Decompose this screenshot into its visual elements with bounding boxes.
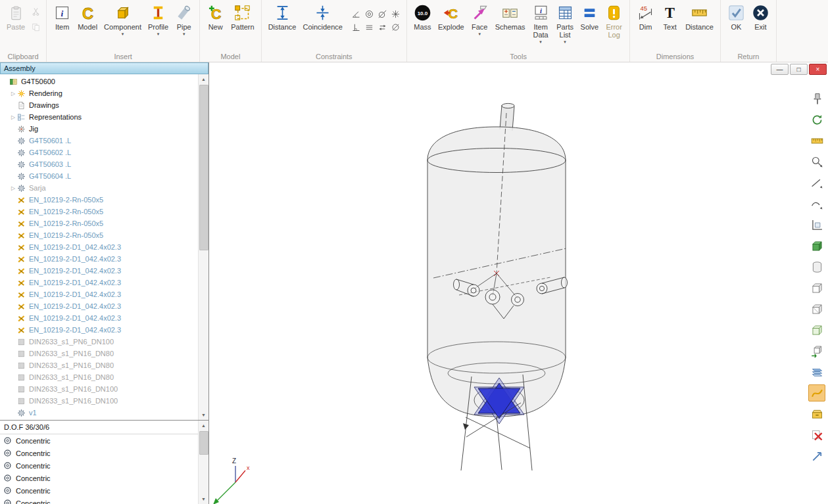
fix-constraint-button[interactable] (389, 8, 402, 20)
scroll-up-icon[interactable]: ▲ (199, 421, 208, 430)
component-cube-tool-button[interactable] (808, 321, 825, 338)
measure-ruler-tool-button[interactable] (808, 132, 825, 149)
parts-list-button[interactable]: Parts List▾ (553, 1, 577, 44)
tree-item-en-10219-2-rn-050x5[interactable]: EN_10219-2-Rn-050x5 (0, 218, 198, 229)
work-plane-tool-button[interactable] (808, 216, 825, 233)
component-button[interactable]: Component▾ (101, 1, 145, 36)
tree-item-rendering[interactable]: ▷Rendering (0, 87, 198, 99)
constraint-item-concentric[interactable]: Concentric (0, 434, 198, 447)
tree-item-en-10219-2-d1-042-4x02-3[interactable]: EN_10219-2-D1_042.4x02.3 (0, 265, 198, 277)
constraint-item-concentric[interactable]: Concentric (0, 497, 198, 504)
tree-item-en-10219-2-rn-050x5[interactable]: EN_10219-2-Rn-050x5 (0, 229, 198, 241)
pipe-button[interactable]: Pipe▾ (172, 1, 196, 36)
error-log-button[interactable]: Error Log (602, 1, 626, 39)
expand-arrow-icon[interactable]: ▷ (9, 185, 17, 191)
viewport-3d[interactable]: Z x (209, 76, 828, 504)
surface-curve-tool-button[interactable] (808, 384, 825, 401)
update-tool-button[interactable] (808, 111, 825, 128)
cylinder-tool-button[interactable] (808, 258, 825, 275)
angle-constraint-button[interactable] (350, 8, 362, 20)
tree-item-din2633-s1-pn16-dn100[interactable]: DIN2633_s1_PN16_DN100 (0, 395, 198, 407)
solve-button[interactable]: Solve (577, 1, 602, 31)
pin-tool-button[interactable] (808, 90, 825, 107)
dim-button[interactable]: 45Dim (633, 1, 658, 31)
layers-tool-button[interactable] (808, 363, 825, 380)
item-data-button[interactable]: iItem Data▾ (529, 1, 553, 44)
tree-scrollbar-thumb[interactable] (199, 85, 208, 250)
diameter-constraint-button[interactable] (389, 21, 402, 34)
exit-button[interactable]: Exit (748, 1, 773, 31)
tree-item-en-10219-2-d1-042-4x02-3[interactable]: EN_10219-2-D1_042.4x02.3 (0, 324, 198, 336)
tree-item-din2633-s1-pn16-dn100[interactable]: DIN2633_s1_PN16_DN100 (0, 383, 198, 395)
constraint-item-concentric[interactable]: Concentric (0, 447, 198, 459)
explode-button[interactable]: CExplode (435, 1, 468, 31)
tree-item-en-10219-2-d1-042-4x02-3[interactable]: EN_10219-2-D1_042.4x02.3 (0, 277, 198, 288)
paste-button[interactable]: Paste (3, 1, 28, 31)
mass-button[interactable]: 10.0Mass (410, 1, 435, 31)
minimize-button[interactable]: — (771, 64, 789, 75)
box-2-tool-button[interactable] (808, 300, 825, 317)
distance-button[interactable]: Distance (682, 1, 717, 31)
distance-button[interactable]: Distance (265, 1, 300, 31)
text-button[interactable]: TText (658, 1, 682, 31)
cut-button[interactable] (30, 5, 41, 17)
tree-scrollbar[interactable]: ▲ ▼ (198, 74, 208, 420)
tree-item-en-10219-2-rn-050x5[interactable]: EN_10219-2-Rn-050x5 (0, 206, 198, 218)
tree-item-en-10219-2-d1-042-4x02-3[interactable]: EN_10219-2-D1_042.4x02.3 (0, 288, 198, 300)
tree-item-sarja[interactable]: ▷Sarja (0, 182, 198, 194)
item-button[interactable]: iItem (50, 1, 74, 31)
scroll-down-icon[interactable]: ▼ (199, 494, 208, 504)
constraint-scrollbar-thumb[interactable] (199, 431, 208, 455)
measure-radius-tool-button[interactable] (808, 153, 825, 170)
measure-curve-tool-button[interactable] (808, 195, 825, 212)
tree-item-en-10219-2-d1-042-4x02-3[interactable]: EN_10219-2-D1_042.4x02.3 (0, 241, 198, 253)
tangent-constraint-button[interactable] (376, 8, 389, 20)
external-link-tool-button[interactable] (808, 447, 825, 465)
tree-item-en-10219-2-d1-042-4x02-3[interactable]: EN_10219-2-D1_042.4x02.3 (0, 253, 198, 265)
perpendicular-constraint-button[interactable] (350, 21, 362, 34)
box-tool-button[interactable] (808, 279, 825, 296)
measure-slope-tool-button[interactable] (808, 174, 825, 191)
tree-item-din2633-s1-pn6-dn100[interactable]: DIN2633_s1_PN6_DN100 (0, 336, 198, 348)
export-model-tool-button[interactable] (808, 342, 825, 359)
tree-item-drawings[interactable]: Drawings (0, 99, 198, 111)
new-button[interactable]: CNew (203, 1, 228, 31)
constraint-item-concentric[interactable]: Concentric (0, 484, 198, 497)
tree-item-din2633-s1-pn16-dn80[interactable]: DIN2633_s1_PN16_DN80 (0, 371, 198, 383)
constraint-item-concentric[interactable]: Concentric (0, 472, 198, 484)
delete-tool-button[interactable] (808, 426, 825, 444)
parallel-constraint-button[interactable] (363, 21, 376, 34)
tree-item-din2633-s1-pn16-dn80[interactable]: DIN2633_s1_PN16_DN80 (0, 359, 198, 371)
tree-item-g4t50604-l[interactable]: G4T50604 .L (0, 170, 198, 182)
tree-item-jig[interactable]: Jig (0, 123, 198, 135)
concentric-constraint-button[interactable] (363, 8, 376, 20)
opposed-constraint-button[interactable] (376, 21, 389, 34)
model-button[interactable]: CModel (74, 1, 101, 31)
profile-button[interactable]: Profile▾ (145, 1, 172, 36)
tree-item-g4t50602-l[interactable]: G4T50602 .L (0, 147, 198, 158)
viewport-canvas[interactable]: Z x (209, 76, 828, 504)
solid-cube-tool-button[interactable] (808, 237, 825, 254)
coincidence-button[interactable]: Coincidence (299, 1, 346, 31)
copy-button[interactable] (30, 21, 41, 33)
face-button[interactable]: Face▾ (468, 1, 492, 36)
constraint-scrollbar[interactable]: ▲ ▼ (198, 421, 208, 504)
pattern-button[interactable]: Pattern (228, 1, 257, 31)
ok-button[interactable]: OK (724, 1, 748, 31)
expand-arrow-icon[interactable]: ▷ (9, 91, 17, 97)
library-drawer-tool-button[interactable] (808, 405, 825, 423)
tree-item-g4t50603-l[interactable]: G4T50603 .L (0, 158, 198, 170)
tree-item-g4t50600[interactable]: G4T50600 (0, 76, 198, 87)
constraint-item-concentric[interactable]: Concentric (0, 459, 198, 472)
close-button[interactable]: × (809, 64, 827, 75)
scroll-up-icon[interactable]: ▲ (199, 74, 208, 84)
restore-button[interactable]: □ (790, 64, 808, 75)
tree-item-en-10219-2-d1-042-4x02-3[interactable]: EN_10219-2-D1_042.4x02.3 (0, 300, 198, 312)
expand-arrow-icon[interactable]: ▷ (9, 114, 17, 120)
scroll-down-icon[interactable]: ▼ (199, 410, 208, 420)
tree-item-din2633-s1-pn16-dn80[interactable]: DIN2633_s1_PN16_DN80 (0, 348, 198, 359)
tree-item-v1[interactable]: v1 (0, 407, 198, 419)
tree-item-g4t50601-l[interactable]: G4T50601 .L (0, 135, 198, 147)
tree-item-representations[interactable]: ▷Representations (0, 111, 198, 123)
schemas-button[interactable]: Schemas (492, 1, 529, 31)
